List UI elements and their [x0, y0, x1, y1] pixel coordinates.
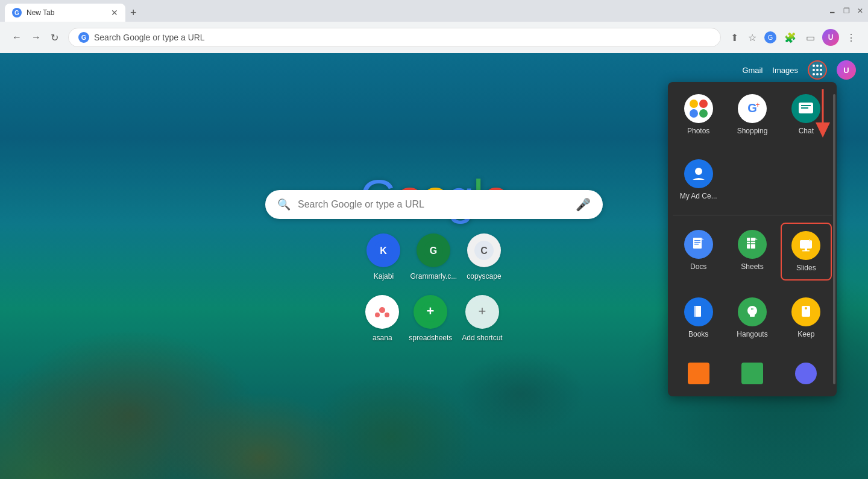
shortcut-asana[interactable]: asana [365, 295, 399, 342]
apps-grid-row1: Photos G + Shopping [668, 82, 837, 147]
app-my-ad-center[interactable]: My Ad Ce... [673, 152, 724, 208]
app-photos[interactable]: Photos [673, 87, 724, 142]
shortcut-spreadsheets-label: spreadsheets [409, 334, 452, 342]
gmail-link[interactable]: Gmail [742, 66, 763, 75]
app-hangouts[interactable]: " Hangouts [726, 290, 778, 346]
hangouts-label: Hangouts [737, 330, 767, 338]
app-books[interactable]: Books [673, 290, 724, 346]
svg-point-59 [805, 307, 807, 309]
shortcut-grammarly[interactable]: G Grammarly.c... [410, 233, 457, 281]
mic-icon[interactable]: 🎤 [576, 197, 591, 212]
svg-rect-52 [694, 306, 696, 317]
active-tab[interactable]: G New Tab ✕ [5, 4, 125, 22]
address-bar: ← → ↻ G Search Google or type a URL ⬆ ☆ … [0, 22, 868, 53]
menu-icon[interactable]: ⋮ [844, 30, 858, 46]
svg-point-13 [379, 307, 385, 313]
extensions-icon[interactable]: 🧩 [782, 30, 799, 46]
svg-rect-46 [800, 240, 812, 249]
search-container: 🔍 🎤 K Kajabi G Grammarly.c... [265, 190, 603, 342]
shortcuts-row: K Kajabi G Grammarly.c... C copyscape [366, 233, 501, 281]
svg-rect-30 [801, 107, 808, 109]
svg-rect-37 [694, 244, 699, 245]
search-input[interactable] [298, 199, 568, 210]
refresh-button[interactable]: ↻ [48, 30, 61, 46]
svg-text:": " [751, 307, 753, 316]
shortcut-kajabi[interactable]: K Kajabi [366, 233, 400, 281]
slides-label: Slides [796, 264, 816, 272]
shortcut-kajabi-icon: K [366, 233, 400, 267]
svg-rect-35 [694, 240, 700, 241]
back-button[interactable]: ← [10, 30, 24, 45]
shopping-icon: G + [738, 94, 767, 123]
books-icon [684, 297, 713, 326]
shortcut-add[interactable]: + Add shortcut [462, 295, 502, 342]
apps-grid-row4: Books " Hangouts [668, 285, 837, 351]
share-icon[interactable]: ⬆ [728, 30, 741, 46]
forward-button[interactable]: → [29, 30, 43, 45]
shortcut-spreadsheets-icon: + [414, 295, 447, 329]
shortcut-grammarly-icon: G [417, 233, 450, 267]
main-area: Gmail Images U Google 🔍 🎤 [0, 53, 868, 479]
apps-panel-scrollbar[interactable] [833, 94, 835, 384]
svg-text:G: G [430, 246, 437, 256]
svg-text:K: K [380, 246, 388, 256]
svg-text:C: C [480, 246, 488, 256]
sheets-label: Sheets [741, 262, 763, 271]
url-bar[interactable]: G Search Google or type a URL [68, 28, 721, 47]
new-tab-button[interactable]: + [125, 4, 142, 22]
tab-favicon: G [12, 8, 22, 17]
app-sheets[interactable]: Sheets [726, 223, 778, 281]
apps-panel: Photos G + Shopping [668, 82, 837, 396]
url-text: Search Google or type a URL [94, 33, 205, 42]
minimize-button[interactable]: 🗕 [829, 7, 836, 15]
svg-rect-34 [693, 238, 702, 249]
app-unknown-1[interactable] [673, 355, 724, 392]
search-icon: 🔍 [277, 198, 291, 211]
nav-buttons: ← → ↻ [10, 30, 61, 46]
tab-close-btn[interactable]: ✕ [111, 8, 118, 17]
restore-button[interactable]: ❐ [843, 7, 850, 15]
shortcuts-row-2: asana + spreadsheets + [365, 295, 502, 342]
svg-rect-36 [694, 242, 700, 243]
page-profile-avatar[interactable]: U [837, 60, 856, 80]
hangouts-icon: " [738, 297, 767, 326]
docs-icon [684, 230, 713, 259]
shortcut-spreadsheets[interactable]: + spreadsheets [409, 295, 452, 342]
apps-grid-button[interactable] [808, 60, 827, 80]
photos-icon [684, 94, 713, 123]
sync-icon[interactable]: G [764, 31, 777, 44]
app-docs[interactable]: Docs [673, 223, 724, 281]
app-shopping[interactable]: G + Shopping [726, 87, 778, 142]
shortcut-copyscape[interactable]: C copyscape [467, 233, 501, 281]
close-button[interactable]: ✕ [857, 7, 863, 15]
svg-rect-40 [747, 238, 755, 249]
shortcut-copyscape-icon: C [467, 233, 501, 267]
shortcut-add-icon: + [465, 295, 499, 329]
svg-text:+: + [755, 101, 760, 109]
title-bar: G New Tab ✕ + 🗕 ❐ ✕ [0, 0, 868, 22]
chat-icon [791, 94, 820, 123]
apps-grid-row2: My Ad Ce... [668, 147, 837, 212]
app-slides[interactable]: Slides [781, 223, 832, 281]
bookmark-icon[interactable]: ☆ [746, 30, 759, 46]
sidebar-toggle-icon[interactable]: ▭ [804, 30, 817, 46]
app-unknown-2[interactable] [726, 355, 778, 392]
images-link[interactable]: Images [772, 66, 798, 75]
search-bar[interactable]: 🔍 🎤 [265, 190, 603, 219]
app-unknown-3[interactable] [781, 355, 832, 392]
profile-avatar[interactable]: U [822, 29, 839, 46]
svg-text:+: + [479, 303, 486, 319]
svg-point-23 [699, 109, 708, 118]
my-ad-center-label: My Ad Ce... [680, 192, 717, 200]
shortcut-kajabi-label: Kajabi [374, 272, 394, 281]
svg-text:+: + [427, 303, 435, 319]
svg-rect-48 [802, 250, 810, 252]
app-chat[interactable]: Chat [781, 87, 832, 142]
svg-rect-29 [801, 105, 811, 106]
unknown-2-icon [741, 363, 763, 384]
shortcut-asana-label: asana [373, 334, 392, 342]
svg-point-22 [690, 109, 698, 118]
app-keep[interactable]: Keep [781, 290, 832, 346]
apps-grid-row3: Docs Sheets [668, 218, 837, 285]
svg-point-14 [375, 312, 380, 317]
